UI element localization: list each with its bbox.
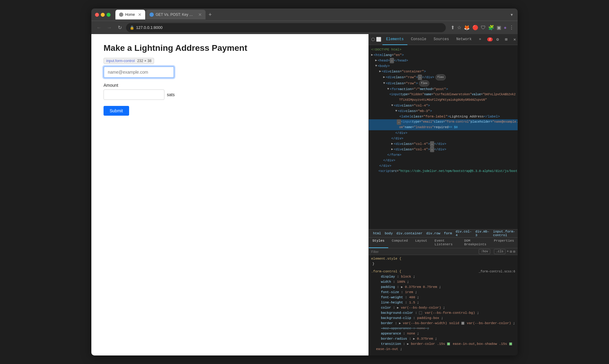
- bc-form[interactable]: form: [442, 231, 454, 236]
- devtools-panel: ⬡ ⬜ Elements Console Sources Network » 2…: [368, 34, 518, 355]
- tab-elements[interactable]: Elements: [382, 34, 407, 45]
- add-style-icon[interactable]: +: [507, 250, 509, 254]
- close-button[interactable]: [95, 13, 99, 17]
- bc-html[interactable]: html: [371, 231, 383, 236]
- maximize-button[interactable]: [107, 13, 111, 17]
- css-prop-width: width : 100% ;: [371, 279, 515, 285]
- bc-div-col4[interactable]: div.col-4: [454, 229, 473, 238]
- tree-input-email-cont: om" name = "lnaddress" required == $0: [369, 125, 518, 130]
- profile-icon[interactable]: ●: [504, 25, 507, 30]
- tree-html[interactable]: ▶ <html lang = "en" >: [369, 52, 518, 58]
- tree-div-container[interactable]: ▶ <div class = "container" >: [369, 69, 518, 74]
- devtools-right-icons: 2 ⚙ ⊞ ✕: [486, 36, 518, 43]
- lightning-address-input[interactable]: [104, 66, 174, 78]
- styles-filter-bar: :hov .cls + ⊡ ⊟: [369, 248, 518, 255]
- tab-close-article[interactable]: ✕: [198, 12, 202, 17]
- extension3-icon[interactable]: 🛡: [481, 25, 486, 30]
- css-prop-background-clip: background-clip : padding-box ;: [371, 316, 515, 321]
- hov-button[interactable]: :hov: [479, 249, 490, 254]
- tree-close-div-row: </div>: [369, 158, 518, 163]
- sidebar-icon[interactable]: ▣: [497, 25, 501, 30]
- tree-div-col4-2[interactable]: ▶ <div class = "col-4" > … </div>: [369, 141, 518, 147]
- star-icon[interactable]: ☆: [457, 25, 461, 30]
- tree-csrf-value-cont: TfiXdIMpuyzs4tLMGsFllVgFKtyaiukg9U0yGRb0…: [369, 97, 518, 103]
- tree-label[interactable]: <label class = "form-label" > Lightning …: [369, 114, 518, 119]
- tree-div-row2[interactable]: ▼ <div class = "row" > flex: [369, 80, 518, 86]
- tooltip-dimensions: 232 × 38: [137, 59, 151, 63]
- devtools-sidebar-button[interactable]: ⊞: [502, 36, 510, 43]
- tab-close-home[interactable]: ✕: [138, 12, 142, 17]
- tree-input-hidden[interactable]: <input type = "hidden" name = "csrfmiddl…: [369, 92, 518, 97]
- share-icon[interactable]: ⬆: [451, 25, 455, 30]
- bc-input-form-control[interactable]: input.form-control: [491, 229, 517, 238]
- html-tree: <!DOCTYPE html> ▶ <html lang = "en" > ▶ …: [369, 45, 518, 229]
- styles-tab-event-listeners[interactable]: Event Listeners: [431, 238, 460, 248]
- tab-favicon-home: [119, 12, 123, 17]
- back-button[interactable]: ←: [95, 24, 103, 32]
- css-prop-font-size: font-size : 1rem ;: [371, 290, 515, 295]
- title-bar: Home ✕ GET Vs. POST: Key Difference ✕ + …: [91, 9, 518, 21]
- menu-icon[interactable]: ⋮: [509, 25, 514, 30]
- tree-div-col4-1[interactable]: ▼ <div class = "col-4" >: [369, 103, 518, 108]
- bc-body[interactable]: body: [383, 231, 394, 236]
- refresh-style-icon[interactable]: ⊟: [513, 250, 515, 254]
- devtools-toolbar: ⬡ ⬜ Elements Console Sources Network » 2…: [369, 34, 518, 45]
- bc-div-mb3[interactable]: div.mb-3: [473, 229, 491, 238]
- address-bar-input-wrap[interactable]: 🔒 127.0.0.1:8000: [126, 23, 446, 32]
- ease-color-swatch1[interactable]: [447, 342, 450, 345]
- tree-input-email[interactable]: … <input type = "email" class = "form-co…: [369, 119, 518, 125]
- tab-sources[interactable]: Sources: [430, 34, 452, 45]
- styles-tab-styles[interactable]: Styles: [369, 238, 388, 248]
- styles-tab-computed[interactable]: Computed: [388, 238, 412, 248]
- submit-button[interactable]: Submit: [104, 106, 129, 116]
- extensions-icon[interactable]: 🧩: [488, 25, 494, 30]
- tree-div-row1[interactable]: ▶ <div class = "row" > … </div> flex: [369, 74, 518, 80]
- tabs-area: Home ✕ GET Vs. POST: Key Difference ✕ + …: [115, 10, 514, 19]
- styles-tab-properties[interactable]: Properties: [490, 238, 518, 248]
- address-text: 127.0.0.1:8000: [136, 25, 163, 30]
- inspect-element-button[interactable]: ⬡: [371, 36, 375, 43]
- css-prop-color: color : ▶ var(--bs-body-color) ;: [371, 305, 515, 310]
- tab-network[interactable]: Network: [452, 34, 475, 45]
- copy-style-icon[interactable]: ⊡: [510, 250, 512, 254]
- tree-body[interactable]: ▼ <body>: [369, 63, 518, 69]
- minimize-button[interactable]: [101, 13, 105, 17]
- css-prop-appearance: appearance : none ;: [371, 331, 515, 336]
- extension2-icon[interactable]: 🔴: [472, 25, 478, 30]
- tree-close-div-col4: </div>: [369, 136, 518, 141]
- forward-button[interactable]: →: [105, 24, 113, 32]
- breadcrumb-bar: html body div.container div.row form div…: [369, 229, 518, 238]
- page-title: Make a Lightning Address Payment: [104, 43, 356, 53]
- tab-console[interactable]: Console: [407, 34, 430, 45]
- css-prop-border-radius: border-radius : ▶ 0.375rem ;: [371, 336, 515, 341]
- filter-icons: + ⊡ ⊟: [507, 250, 515, 254]
- tree-form[interactable]: ▼ <form action = "/" method = "post" >: [369, 86, 518, 92]
- css-prop-font-weight: font-weight : 400 ;: [371, 295, 515, 300]
- new-tab-button[interactable]: +: [206, 11, 214, 19]
- styles-tab-dom-breakpoints[interactable]: DOM Breakpoints: [461, 238, 490, 248]
- devtools-settings-button[interactable]: ⚙: [494, 36, 501, 43]
- styles-tab-layout[interactable]: Layout: [411, 238, 431, 248]
- lightning-address-field-wrap: [104, 66, 356, 78]
- reload-button[interactable]: ↻: [116, 24, 124, 32]
- cls-button[interactable]: .cls: [494, 249, 505, 254]
- tab-more[interactable]: »: [475, 34, 485, 45]
- extension1-icon[interactable]: 🦊: [464, 25, 470, 30]
- amount-input[interactable]: [104, 89, 164, 100]
- tab-home[interactable]: Home ✕: [115, 10, 145, 19]
- device-toggle-button[interactable]: ⬜: [376, 36, 381, 43]
- border-color-swatch[interactable]: [461, 322, 464, 325]
- tab-dropdown-button[interactable]: ▾: [509, 11, 514, 18]
- ease-color-swatch2[interactable]: [509, 342, 512, 345]
- tree-div-col4-3[interactable]: ▶ <div class = "col-4" > … </div>: [369, 147, 518, 152]
- tree-div-mb3[interactable]: ▼ <div class = "mb-3" >: [369, 108, 518, 114]
- devtools-close-button[interactable]: ✕: [511, 36, 518, 43]
- bc-div-row[interactable]: div.row: [424, 231, 442, 236]
- bc-div-container[interactable]: div.container: [395, 231, 424, 236]
- tree-head[interactable]: ▶ <head> … </head>: [369, 58, 518, 63]
- tree-close-div-mb3: </div>: [369, 130, 518, 136]
- tab-article[interactable]: GET Vs. POST: Key Difference ✕: [146, 10, 206, 19]
- styles-filter-input[interactable]: [371, 250, 475, 254]
- tree-script[interactable]: <script src = "https://cdn.jsdelivr.net/…: [369, 169, 518, 174]
- bg-color-swatch[interactable]: [419, 311, 422, 314]
